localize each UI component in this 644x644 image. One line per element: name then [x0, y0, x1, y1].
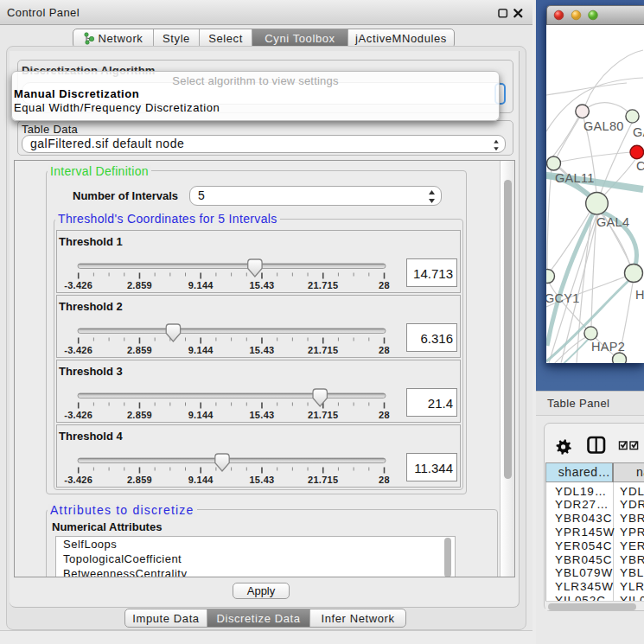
svg-text:28: 28: [379, 475, 390, 485]
svg-text:GAL: GAL: [633, 125, 644, 139]
svg-text:28: 28: [379, 345, 390, 355]
svg-text:9.144: 9.144: [188, 475, 214, 485]
svg-text:15.43: 15.43: [249, 475, 274, 485]
svg-text:HI: HI: [635, 288, 644, 302]
svg-text:-3.426: -3.426: [64, 345, 92, 355]
svg-text:9.144: 9.144: [188, 280, 214, 290]
svg-text:GAL11: GAL11: [555, 171, 595, 185]
svg-text:28: 28: [379, 280, 390, 290]
svg-text:-3.426: -3.426: [64, 475, 92, 485]
svg-text:GAL4: GAL4: [596, 215, 629, 229]
svg-text:-3.426: -3.426: [64, 410, 92, 420]
svg-text:21.715: 21.715: [308, 410, 338, 420]
svg-text:HAP2: HAP2: [591, 340, 625, 354]
svg-text:15.43: 15.43: [249, 410, 274, 420]
svg-text:21.715: 21.715: [308, 475, 338, 485]
svg-text:-3.426: -3.426: [64, 280, 92, 290]
svg-text:9.144: 9.144: [188, 345, 214, 355]
svg-text:GCY1: GCY1: [546, 291, 580, 305]
svg-text:2.859: 2.859: [127, 410, 152, 420]
svg-text:2.859: 2.859: [127, 280, 152, 290]
svg-text:2.859: 2.859: [127, 345, 152, 355]
svg-text:GAL80: GAL80: [583, 119, 624, 133]
svg-text:28: 28: [379, 410, 390, 420]
svg-text:15.43: 15.43: [249, 280, 274, 290]
svg-text:2.859: 2.859: [127, 475, 152, 485]
svg-text:21.715: 21.715: [308, 345, 338, 355]
svg-text:CY: CY: [636, 159, 644, 173]
svg-text:9.144: 9.144: [188, 410, 214, 420]
svg-text:21.715: 21.715: [308, 280, 338, 290]
svg-text:15.43: 15.43: [249, 345, 274, 355]
